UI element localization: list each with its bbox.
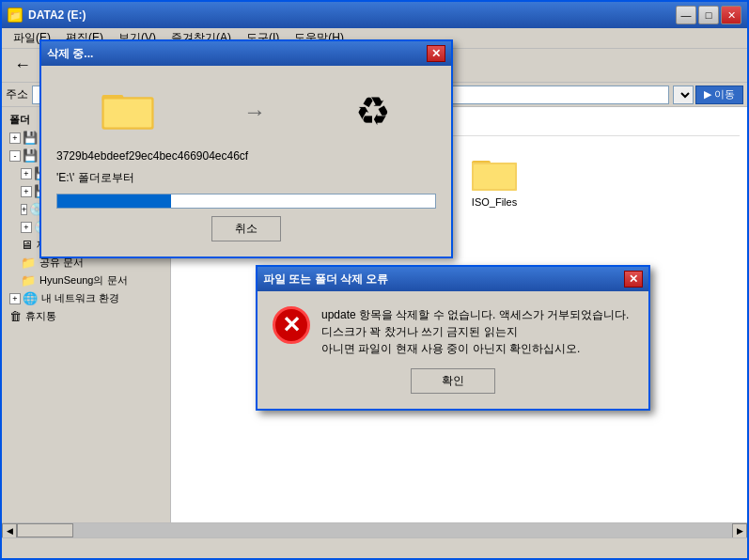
recycle-bin-icon: ♻ (355, 88, 391, 134)
error-dialog-body: ✕ update 항목을 삭제할 수 없습니다. 액세스가 거부되었습니다. 디… (257, 291, 648, 409)
main-window: 📁 DATA2 (E:) — □ ✕ 파일(E) 편집(E) 보기(V) 즐겨찾… (0, 0, 749, 560)
delete-dialog-body: → ♻ 3729b4ebdeef29ec4bec466904ec46cf 'E:… (41, 66, 451, 257)
delete-filename: 3729b4ebdeef29ec4bec466904ec46cf (56, 149, 436, 163)
ok-button[interactable]: 확인 (411, 368, 495, 394)
error-dialog-close-button[interactable]: ✕ (624, 271, 643, 288)
error-message-line3: 아니면 파일이 현재 사용 중이 아닌지 확인하십시오. (321, 340, 629, 357)
cancel-button[interactable]: 취소 (211, 216, 281, 241)
error-icon: ✕ (273, 306, 310, 344)
dialog-overlay: 삭제 중... ✕ → ♻ 3729b4ebdeef29ec4bec46690 (2, 2, 747, 558)
progress-bar-fill (57, 194, 171, 208)
cancel-btn-row: 취소 (56, 216, 436, 241)
error-message-line2: 디스크가 꽉 찼거나 쓰기 금지된 읽는지 (321, 323, 629, 340)
error-content: ✕ update 항목을 삭제할 수 없습니다. 액세스가 거부되었습니다. 디… (273, 306, 633, 357)
svg-rect-18 (103, 100, 151, 128)
delete-dialog: 삭제 중... ✕ → ♻ 3729b4ebdeef29ec4bec46690 (39, 39, 453, 258)
error-dialog-title-bar: 파일 또는 폴더 삭제 오류 ✕ (257, 267, 648, 291)
source-folder-icon (101, 88, 154, 134)
ok-btn-row: 확인 (273, 368, 633, 394)
error-message-line1: update 항목을 삭제할 수 없습니다. 액세스가 거부되었습니다. (321, 306, 629, 323)
error-dialog: 파일 또는 폴더 삭제 오류 ✕ ✕ update 항목을 삭제할 수 없습니다… (256, 265, 650, 411)
delete-dialog-close-button[interactable]: ✕ (427, 45, 445, 62)
delete-dialog-title-bar: 삭제 중... ✕ (41, 41, 451, 66)
error-x-icon: ✕ (282, 312, 301, 338)
delete-dialog-title: 삭제 중... (47, 46, 93, 62)
error-text: update 항목을 삭제할 수 없습니다. 액세스가 거부되었습니다. 디스크… (321, 306, 629, 357)
error-dialog-title: 파일 또는 폴더 삭제 오류 (263, 272, 388, 288)
delete-from-label: 'E:\' 폴더로부터 (56, 170, 436, 186)
arrow-icon: → (243, 99, 266, 125)
delete-dialog-icons: → ♻ (56, 81, 436, 142)
progress-bar-container (56, 194, 436, 209)
